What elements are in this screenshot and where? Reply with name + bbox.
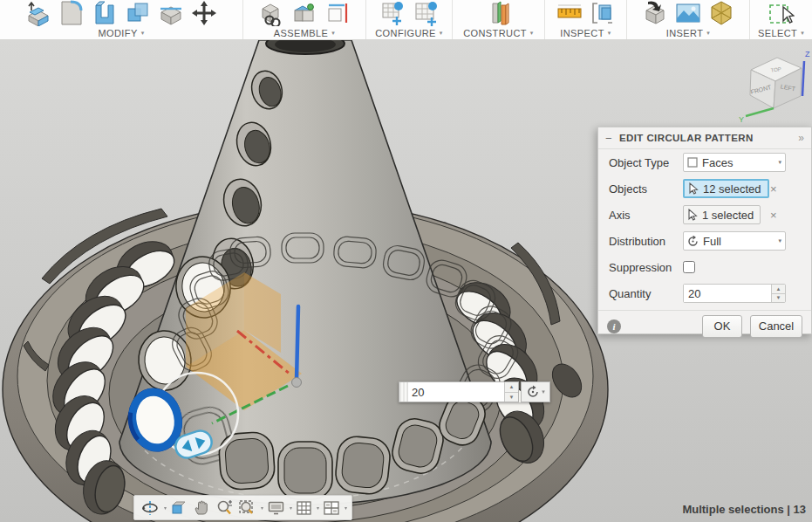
distribution-label: Distribution bbox=[609, 235, 683, 248]
move-copy-icon[interactable] bbox=[191, 0, 217, 26]
pattern-quantity-field[interactable]: ▲ ▼ bbox=[399, 381, 519, 402]
orbit-caret[interactable]: ▾ bbox=[164, 505, 167, 511]
spin-up-button[interactable]: ▲ bbox=[772, 285, 785, 294]
configuration-icon[interactable] bbox=[379, 0, 406, 26]
measure-icon[interactable] bbox=[556, 0, 583, 26]
zoom-button[interactable] bbox=[214, 498, 235, 518]
toolbar-menu-modify[interactable]: MODIFY▾ bbox=[98, 26, 144, 39]
objects-selection-count: 12 selected bbox=[703, 182, 761, 196]
distribution-dropdown[interactable]: Full ▾ bbox=[683, 231, 786, 251]
toolbar-menu-inspect[interactable]: INSPECT▾ bbox=[560, 26, 611, 39]
grid-snap-caret[interactable]: ▾ bbox=[317, 505, 319, 511]
grid-snap-button[interactable] bbox=[294, 498, 314, 518]
rotate-mode-button[interactable]: ▾ bbox=[521, 381, 550, 402]
pattern-quantity-popup: ▲ ▼ ▾ bbox=[399, 381, 550, 402]
fusion-window: MODIFY▾ ASSEMBLE▾ CONFIGURE▾ CONSTRUCT bbox=[0, 0, 812, 522]
look-at-button[interactable] bbox=[168, 498, 189, 518]
joint-icon[interactable] bbox=[291, 0, 317, 26]
configuration-table-icon[interactable] bbox=[413, 0, 439, 26]
pattern-quantity-input[interactable] bbox=[408, 386, 504, 399]
zoom-window-button[interactable] bbox=[236, 498, 258, 518]
select-window-icon[interactable] bbox=[768, 0, 795, 26]
navigation-toolbar: ▾ ▾ ▾ ▾ ▾ bbox=[133, 495, 352, 520]
object-type-row: Object Type Faces ▾ bbox=[598, 149, 811, 175]
insert-mesh-icon[interactable] bbox=[708, 0, 734, 26]
cancel-button[interactable]: Cancel bbox=[750, 315, 802, 338]
new-component-icon[interactable] bbox=[258, 0, 284, 26]
rigid-group-icon[interactable] bbox=[324, 0, 351, 26]
toolbar-menu-insert[interactable]: INSERT▾ bbox=[666, 26, 710, 39]
expand-icon[interactable]: » bbox=[798, 132, 804, 144]
spin-down-button[interactable]: ▼ bbox=[772, 294, 785, 303]
press-pull-icon[interactable] bbox=[25, 0, 51, 26]
orbit-button[interactable] bbox=[139, 498, 161, 518]
caret-down-icon: ▾ bbox=[778, 159, 781, 166]
insert-canvas-icon[interactable] bbox=[675, 0, 701, 26]
spin-up-button[interactable]: ▲ bbox=[505, 382, 518, 393]
cursor-icon bbox=[687, 209, 699, 221]
caret-down-icon: ▾ bbox=[706, 30, 710, 37]
dialog-title: EDIT CIRCULAR PATTERN bbox=[619, 133, 798, 143]
spin-down-button[interactable]: ▼ bbox=[505, 393, 518, 402]
toolbar-menu-assemble[interactable]: ASSEMBLE▾ bbox=[274, 26, 335, 39]
cursor-icon bbox=[688, 182, 699, 195]
suppression-checkbox[interactable] bbox=[683, 261, 695, 273]
dialog-footer: i OK Cancel bbox=[598, 310, 811, 341]
axis-selection-button[interactable]: 1 selected bbox=[683, 205, 761, 224]
distribution-row: Distribution Full ▾ bbox=[598, 228, 811, 254]
objects-clear-button[interactable]: × bbox=[770, 182, 777, 196]
quantity-field: ▲ ▼ bbox=[683, 284, 786, 303]
toolbar-group-select: SELECT▾ bbox=[750, 0, 812, 39]
insert-derive-icon[interactable] bbox=[642, 0, 668, 26]
toolbar-group-insert: INSERT▾ bbox=[627, 0, 749, 39]
toolbar-group-inspect: INSPECT▾ bbox=[545, 0, 626, 39]
toolbar-group-assemble: ASSEMBLE▾ bbox=[243, 0, 365, 39]
display-settings-button[interactable] bbox=[265, 498, 287, 518]
ok-button[interactable]: OK bbox=[702, 315, 742, 338]
drag-grip[interactable] bbox=[399, 382, 408, 402]
split-body-icon[interactable] bbox=[158, 0, 184, 26]
z-axis-label: Z bbox=[805, 50, 810, 58]
construction-plane-icon[interactable] bbox=[486, 0, 512, 26]
quantity-input[interactable] bbox=[684, 285, 771, 302]
origin-point[interactable] bbox=[292, 378, 302, 388]
display-settings-caret[interactable]: ▾ bbox=[290, 505, 292, 511]
fillet-icon[interactable] bbox=[58, 0, 85, 26]
caret-down-icon: ▾ bbox=[530, 30, 534, 37]
axis-selection-count: 1 selected bbox=[702, 209, 754, 222]
selection-status-text: Multiple selections | 13 bbox=[682, 503, 806, 516]
suppression-label: Suppression bbox=[609, 261, 683, 274]
view-cube[interactable]: TOP FRONT LEFT Z Y bbox=[737, 47, 812, 126]
axis-label: Axis bbox=[609, 209, 683, 222]
info-icon[interactable]: i bbox=[607, 319, 621, 333]
toolbar-group-construct: CONSTRUCT▾ bbox=[453, 0, 544, 39]
caret-down-icon: ▾ bbox=[608, 30, 611, 37]
section-analysis-icon[interactable] bbox=[590, 0, 616, 26]
collapse-icon[interactable]: − bbox=[605, 132, 619, 145]
suppression-row: Suppression bbox=[598, 254, 811, 280]
quantity-spinner: ▲ ▼ bbox=[771, 285, 785, 302]
distribution-value: Full bbox=[703, 235, 721, 248]
object-type-label: Object Type bbox=[609, 156, 683, 169]
viewports-caret[interactable]: ▾ bbox=[345, 505, 347, 511]
view-cube-z-axis bbox=[802, 61, 804, 96]
axis-clear-button[interactable]: × bbox=[770, 209, 777, 222]
object-type-dropdown[interactable]: Faces ▾ bbox=[683, 153, 786, 172]
full-distribution-icon bbox=[687, 236, 699, 247]
caret-down-icon: ▾ bbox=[542, 388, 545, 395]
caret-down-icon: ▾ bbox=[331, 30, 335, 37]
toolbar-menu-construct[interactable]: CONSTRUCT▾ bbox=[463, 26, 534, 39]
toolbar-menu-configure[interactable]: CONFIGURE▾ bbox=[375, 26, 443, 39]
shell-icon[interactable] bbox=[92, 0, 118, 26]
view-cube-y-axis bbox=[746, 108, 774, 116]
zoom-window-caret[interactable]: ▾ bbox=[261, 505, 263, 511]
z-axis-selected[interactable] bbox=[297, 306, 298, 380]
ribbon-toolbar: MODIFY▾ ASSEMBLE▾ CONFIGURE▾ CONSTRUCT bbox=[0, 0, 812, 40]
objects-selection-button[interactable]: 12 selected bbox=[683, 179, 769, 198]
pan-button[interactable] bbox=[191, 498, 212, 518]
rotate-icon bbox=[526, 385, 540, 399]
viewports-button[interactable] bbox=[321, 498, 342, 518]
toolbar-menu-select[interactable]: SELECT▾ bbox=[758, 26, 804, 39]
combine-icon[interactable] bbox=[125, 0, 151, 26]
dialog-header[interactable]: − EDIT CIRCULAR PATTERN » bbox=[598, 127, 811, 149]
